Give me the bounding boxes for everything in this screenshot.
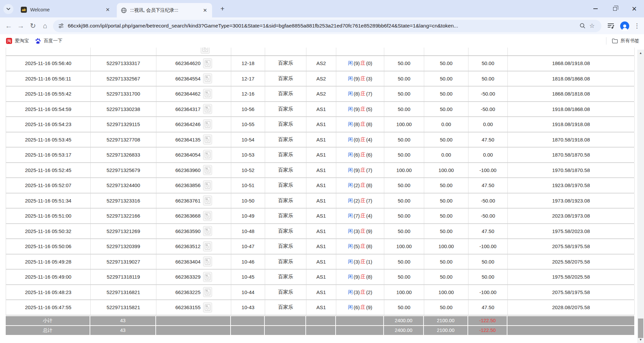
video-replay-icon[interactable] [203,119,212,129]
banker-label: 庄 [360,121,365,127]
bet-amount[interactable]: 50.00 [384,209,424,223]
home-icon[interactable]: ⌂ [39,20,51,32]
bookmark-taobao[interactable]: 淘 爱淘宝 [6,38,29,44]
player-score: (7) [354,213,360,219]
player-score: (9) [354,106,360,112]
minimize-button[interactable] [586,0,605,17]
video-replay-icon[interactable] [203,134,212,145]
bet-time: 2025-11-16 05:51:00 [6,209,91,223]
video-replay-icon[interactable] [203,73,212,83]
bet-amount[interactable]: 50.00 [384,87,424,101]
bet-amount[interactable]: 50.00 [384,270,424,284]
win-loss: 47.50 [468,132,508,147]
banker-label: 庄 [360,60,365,66]
round-id-cell: 662364554 [156,71,231,86]
bet-amount[interactable]: 100.00 [384,117,424,132]
bet-amount[interactable]: 50.00 [384,224,424,239]
all-bookmarks-button[interactable]: 所有书签 [612,38,639,44]
window-close-button[interactable]: ✕ [625,0,644,17]
scrollbar-thumb[interactable] [638,319,643,338]
bet-id: 522971322166 [91,209,156,223]
menu-kebab-icon[interactable]: ⋮ [633,22,641,30]
video-replay-icon[interactable] [203,150,212,160]
browser-toolbar: ← → ↻ ⌂ 66cxkj98.com/ipl/portal.php/game… [0,17,644,34]
bet-amount[interactable]: 50.00 [384,178,424,193]
bet-id: 522971332567 [91,71,156,86]
player-score: (9) [354,76,360,81]
video-replay-icon[interactable] [203,104,212,114]
zoom-magnifier-icon[interactable] [578,21,587,31]
round-id-cell: 662363512 [156,239,231,254]
summary-bet-total: 2400.00 [384,316,424,325]
round-id-cell: 662364462 [156,87,231,101]
table-code: AS1 [306,300,336,315]
video-replay-icon[interactable] [201,48,210,54]
video-replay-icon[interactable] [203,256,212,267]
banker-label: 庄 [360,228,365,234]
banker-score: (7) [366,167,372,173]
bet-amount[interactable]: 50.00 [384,300,424,315]
bet-time: 2025-11-16 05:49:00 [6,270,91,284]
bet-amount[interactable]: 50.00 [384,102,424,117]
bookmark-star-icon[interactable]: ☆ [587,21,597,31]
scroll-up-icon[interactable]: ▲ [637,50,644,56]
video-replay-icon[interactable] [203,58,212,68]
video-replay-icon[interactable] [203,195,212,206]
video-replay-icon[interactable] [203,180,212,190]
video-replay-icon[interactable] [203,89,212,99]
restore-button[interactable] [605,0,625,17]
back-icon[interactable]: ← [3,20,15,32]
bet-time: 2025-11-16 05:49:28 [6,254,91,269]
video-replay-icon[interactable] [203,272,212,282]
player-label: 闲 [348,289,353,295]
bet-amount[interactable]: 50.00 [384,56,424,71]
new-tab-button[interactable]: + [218,4,227,13]
forward-icon[interactable]: → [15,20,27,32]
video-replay-icon[interactable] [203,287,212,297]
video-replay-icon[interactable] [203,211,212,221]
round-id-cell: 662363590 [156,224,231,239]
media-controls-icon[interactable] [605,20,617,32]
game-type: 百家乐 [265,224,306,239]
bookmark-baidu[interactable]: 百度一下 [35,38,62,44]
bet-amount[interactable]: 50.00 [384,148,424,162]
tab-search-button[interactable] [3,4,13,14]
round-id-cell: 662364135 [156,132,231,147]
bet-amount[interactable]: 50.00 [384,254,424,269]
video-replay-icon[interactable] [203,302,212,312]
summary-label: 小计 [6,316,90,325]
tab-bet-record[interactable]: :::视讯, 会员下注纪录::: ✕ [117,3,212,17]
table-row: 2025-11-16 05:47:55 522971315821 6623631… [6,300,634,316]
banker-score: (9) [366,228,372,234]
player-label: 闲 [348,91,353,97]
bet-amount[interactable]: 100.00 [384,239,424,254]
reload-icon[interactable]: ↻ [27,20,39,32]
bet-amount[interactable]: 50.00 [384,132,424,147]
url-text[interactable]: 66cxkj98.com/ipl/portal.php/game/betreco… [68,23,578,29]
video-replay-icon[interactable] [203,165,212,175]
banker-label: 庄 [360,259,365,265]
round-id-cell: 662363761 [156,193,231,208]
bet-amount[interactable]: 100.00 [384,163,424,178]
balance: 2023.08/1973.08 [508,209,635,223]
video-replay-icon[interactable] [203,226,212,236]
banker-score: (6) [366,152,372,158]
video-replay-icon[interactable] [203,241,212,251]
banker-score: (4) [366,213,372,219]
page-scrollbar[interactable]: ▲ ▼ [637,50,644,343]
address-bar[interactable]: 66cxkj98.com/ipl/portal.php/game/betreco… [53,20,601,32]
bet-amount[interactable]: 50.00 [384,193,424,208]
bet-amount[interactable]: 100.00 [384,285,424,300]
tab-close-icon[interactable]: ✕ [202,7,208,13]
summary-winloss-total: -122.50 [468,316,507,325]
bet-amount[interactable]: 50.00 [384,71,424,86]
bet-time: 2025-11-16 05:56:40 [6,56,91,71]
profile-avatar[interactable] [620,21,629,31]
tab-close-icon[interactable]: ✕ [105,7,111,13]
valid-amount: 50.00 [424,209,468,223]
win-loss: 0.00 [468,117,508,132]
valid-amount: 50.00 [424,87,468,101]
tab-welcome[interactable]: Welcome ✕ [17,3,115,16]
site-settings-icon[interactable] [58,22,64,29]
scroll-down-icon[interactable]: ▼ [637,337,644,342]
